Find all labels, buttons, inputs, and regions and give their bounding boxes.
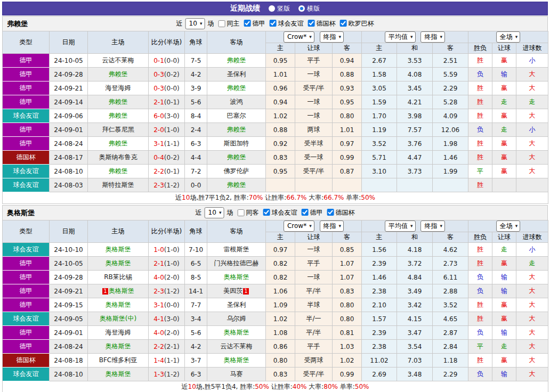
league-checkbox[interactable] [327,209,334,216]
odds-home: 1.09 [266,298,295,312]
league-checkbox[interactable] [301,209,308,216]
avg-away-odds [433,178,468,192]
avg-time-select[interactable]: 终指▾ [420,220,445,232]
match-row: 德甲24-09-01海登海姆4-0(2-0)5-6奥格斯堡1.08平/半0.81… [3,326,548,340]
summary-row: 近10场,胜5平1负4, 胜率:50% 让胜率:40% 大率:80% 单率:50… [3,381,548,392]
bookmaker-select[interactable]: Crow*▾ [284,220,314,232]
odds-time-select[interactable]: 终指▾ [320,31,344,43]
league-checkbox[interactable] [244,20,250,27]
avg-away-odds: 1.46 [433,151,468,165]
layout-radio-horizontal[interactable]: 横版 [298,4,320,13]
selected-odds-time: 终指 [323,222,336,231]
corner-score: 5-6 [185,326,207,340]
odds-time-select[interactable]: 终指▾ [320,220,344,232]
sub-header: 进球数 [516,232,548,243]
average-select[interactable]: 平均值▾ [385,220,416,232]
team-label: 奥格斯堡 [109,287,134,295]
result-outcome: 胜 [468,178,492,192]
fulltime-score: 2-1 [153,99,164,106]
team-name: 弗赖堡 [7,19,28,29]
match-type-badge: 球会友谊 [3,243,50,257]
avg-draw-odds: 3.98 [397,109,433,123]
odds-away: 0.87 [333,165,362,178]
match-type-badge: 德甲 [3,95,50,109]
home-team: 云达不莱梅 [88,54,149,68]
summary-segment: 80% [323,383,338,390]
odds-handicap: 一球 [295,68,333,81]
selected-count: 10 [189,19,197,28]
result-handicap: 赢 [492,81,516,95]
match-type-badge: 德甲 [3,257,50,271]
same-venue-checkbox[interactable] [237,209,244,216]
odds-away: 0.88 [333,68,362,81]
col-header-corner: 角球 [185,220,207,243]
average-group: 平均值▾ 终指▾ [362,220,468,232]
team-label: 佛罗伦萨 [224,167,249,175]
result-handicap: 赢 [492,137,516,151]
result-outcome: 平 [468,165,492,178]
halftime-score: (2-0) [164,274,180,281]
halftime-score: (1-2) [164,288,180,295]
avg-draw-odds: 3.48 [397,368,433,381]
result-goals: 大 [516,137,548,151]
recent-count-select[interactable]: 10 ▾ [185,18,205,29]
team-label: 斯特拉斯堡 [102,181,134,189]
corner-score: 4-2 [185,340,207,354]
result-handicap: 赢 [492,354,516,368]
odds-handicap: 受一球 [295,151,333,165]
avg-draw-odds [397,178,433,192]
same-venue-checkbox[interactable] [218,20,225,27]
league-checkbox[interactable] [269,20,276,27]
corner-score: 7-10 [185,243,207,257]
selected-count: 10 [208,208,216,217]
home-team: BFC维多利亚 [88,354,149,368]
avg-draw-odds: 3.76 [397,137,433,151]
scope-select[interactable]: 全场▾ [496,31,521,43]
odds-handicap: 受平/半 [295,165,333,178]
radio-icon[interactable] [269,5,275,12]
sub-header: 让球 [295,43,333,54]
home-team: 1奥格斯堡 [88,284,149,298]
team-label: 奥格斯堡 [106,370,131,378]
home-team: 弗赖堡 [88,137,149,151]
odds-home: 1.02 [266,312,295,326]
chevron-down-icon: ▾ [410,222,413,231]
league-checkbox[interactable] [308,20,314,27]
team-label: 圣保利 [227,301,246,308]
odds-home: 0.83 [266,368,295,381]
avg-draw-odds: 4.21 [397,95,433,109]
recent-count-select[interactable]: 10 ▾ [205,207,224,218]
halftime-score: (1-1) [164,357,180,364]
away-team: 弗赖堡 [207,178,266,192]
home-team: 斯特拉斯堡 [88,178,149,192]
team-section-freiburg: 弗赖堡 近 10 ▾ 场 同主 德甲球会友谊德国杯欧罗巴杯 [2,16,548,204]
match-score: 2-0(1-0) [149,123,185,137]
match-row: 德甲24-09-15奥格斯堡3-1(0-0)7-7圣保利1.09半球0.802.… [3,298,548,312]
fulltime-score: 2-3 [153,288,164,295]
layout-radio-vertical[interactable]: 竖版 [269,4,290,13]
match-date: 24-09-28 [50,271,88,284]
average-select[interactable]: 平均值▾ [385,31,416,43]
avg-draw-odds: 4.47 [397,151,433,165]
col-header-score: 比分(半场) [149,220,185,243]
red-card-badge: 1 [243,288,248,295]
match-type-badge: 德甲 [3,298,50,312]
match-type-badge: 德甲 [3,340,50,354]
away-team: 斯图加特 [207,137,266,151]
odds-handicap: 一球 [295,109,333,123]
avg-time-select[interactable]: 终指▾ [420,31,445,43]
bookmaker-select[interactable]: Crow*▾ [284,31,314,43]
halftime-score: (1-0) [164,260,180,267]
scope-select[interactable]: 全场▾ [496,220,521,232]
team-label: 弗赖堡 [109,167,128,175]
league-checkbox[interactable] [339,20,346,27]
match-score: 0-4(0-2) [149,151,185,165]
radio-icon[interactable] [298,5,305,12]
result-handicap: 输 [492,68,516,81]
sub-header: 进球数 [516,43,548,54]
sub-header: 客 [433,232,468,243]
fulltime-score: 1-3 [153,371,164,378]
odds-handicap: 一球 [295,271,333,284]
chevron-down-icon: ▾ [309,222,312,231]
league-checkbox[interactable] [263,209,270,216]
